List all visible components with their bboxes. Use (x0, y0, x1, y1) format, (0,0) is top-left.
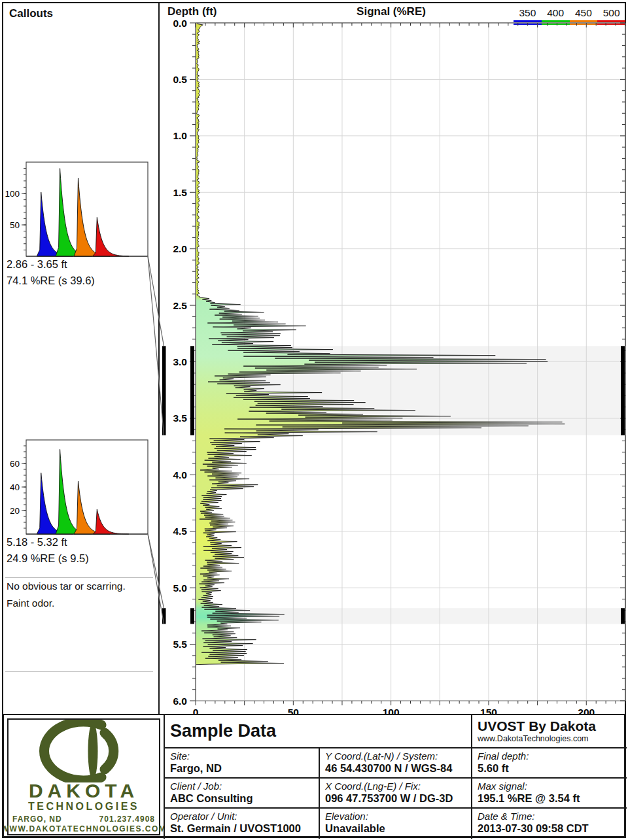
client-cell: Client / Job: ABC Consulting (165, 779, 320, 809)
client-label: Client / Job: (170, 781, 313, 792)
info-table: DAKOTA TECHNOLOGIES FARGO, ND 701.237.49… (3, 714, 625, 837)
xcoord-cell: X Coord.(Lng-E) / Fix: 096 47.753700 W /… (320, 779, 472, 809)
site-label: Site: (170, 750, 313, 762)
logo-city: FARGO, ND (12, 815, 62, 824)
svg-text:0.0: 0.0 (173, 18, 187, 29)
logo-right-swoosh (105, 733, 114, 769)
svg-text:5.5: 5.5 (173, 639, 187, 650)
client-value: ABC Consulting (170, 792, 313, 805)
table-title: Sample Data (170, 721, 466, 741)
dakota-logo-mark (12, 720, 156, 782)
logo-city-phone: FARGO, ND 701.237.4908 (12, 815, 155, 824)
dakota-logo: DAKOTA TECHNOLOGIES FARGO, ND 701.237.49… (7, 718, 160, 835)
svg-text:4.5: 4.5 (173, 526, 187, 537)
svg-text:6.0: 6.0 (173, 696, 187, 707)
signal-trace (196, 23, 565, 665)
datetime-value: 2013-07-30 09:58 CDT (478, 822, 621, 835)
operator-value: St. Germain / UVOST1000 (170, 822, 313, 835)
site-cell: Site: Fargo, ND (165, 748, 320, 779)
logo-company-name: DAKOTA (29, 781, 139, 801)
brand-url: www.DakotaTechnologies.com (478, 734, 621, 743)
elevation-cell: Elevation: Unavailable (320, 809, 472, 839)
xcoord-value: 096 47.753700 W / DG-3D (325, 792, 466, 805)
svg-text:3.5: 3.5 (173, 412, 187, 424)
logo-company-sub: TECHNOLOGIES (28, 801, 139, 812)
operator-label: Operator / Unit: (170, 811, 313, 822)
operator-cell: Operator / Unit: St. Germain / UVOST1000 (165, 809, 320, 839)
svg-text:0.5: 0.5 (173, 74, 187, 85)
svg-text:2.5: 2.5 (173, 300, 187, 311)
datetime-label: Date & Time: (478, 811, 621, 822)
table-title-cell: Sample Data (165, 715, 472, 748)
xcoord-label: X Coord.(Lng-E) / Fix: (325, 781, 466, 792)
svg-text:5.0: 5.0 (173, 582, 187, 594)
elevation-value: Unavailable (325, 822, 466, 835)
site-value: Fargo, ND (170, 762, 313, 775)
svg-text:3.0: 3.0 (173, 356, 187, 367)
logo-cell: DAKOTA TECHNOLOGIES FARGO, ND 701.237.49… (4, 715, 165, 839)
highlight-bands (196, 346, 625, 624)
final-depth-cell: Final depth: 5.60 ft (472, 748, 627, 779)
final-depth-label: Final depth: (478, 750, 621, 762)
elevation-label: Elevation: (325, 811, 466, 822)
uvost-log-page: Callouts 50100 2.86 - 3.65 ft 74.1 %RE (… (0, 0, 628, 840)
ycoord-label: Y Coord.(Lat-N) / System: (325, 750, 466, 762)
max-signal-value: 195.1 %RE @ 3.54 ft (478, 792, 621, 805)
brand-cell: UVOST By Dakota www.DakotaTechnologies.c… (472, 715, 627, 748)
svg-text:1.5: 1.5 (173, 187, 187, 198)
ycoord-value: 46 54.430700 N / WGS-84 (325, 762, 466, 775)
final-depth-value: 5.60 ft (478, 762, 621, 775)
svg-text:4.0: 4.0 (173, 469, 187, 480)
brand-name: UVOST By Dakota (478, 718, 621, 734)
max-signal-cell: Max signal: 195.1 %RE @ 3.54 ft (472, 779, 627, 809)
max-signal-label: Max signal: (478, 781, 621, 792)
datetime-cell: Date & Time: 2013-07-30 09:58 CDT (472, 809, 627, 839)
svg-text:2.0: 2.0 (173, 243, 187, 254)
logo-phone: 701.237.4908 (99, 815, 155, 824)
svg-text:1.0: 1.0 (173, 130, 187, 141)
logo-website: WWW.DAKOTATECHNOLOGIES.COM (4, 824, 165, 833)
logo-center-lens (88, 722, 98, 780)
ycoord-cell: Y Coord.(Lat-N) / System: 46 54.430700 N… (320, 748, 472, 779)
